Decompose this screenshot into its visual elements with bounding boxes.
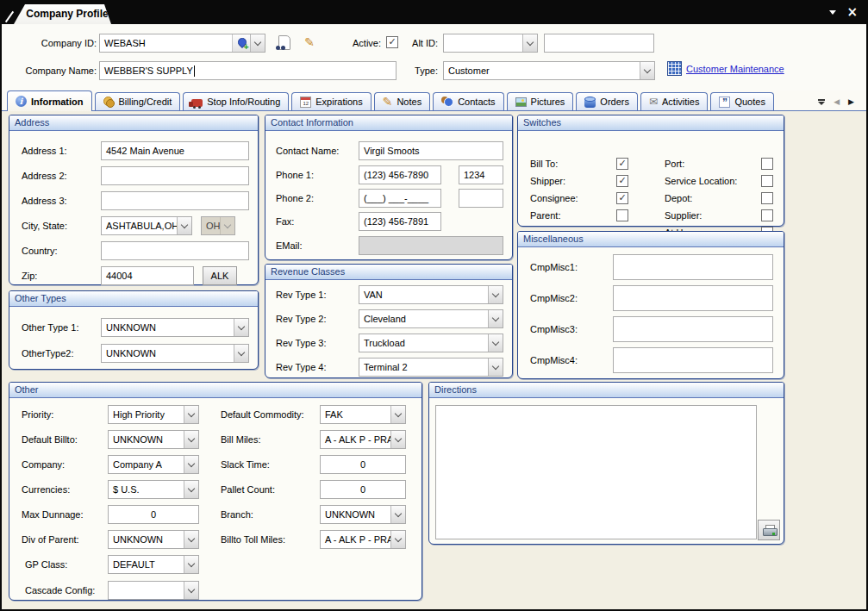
- rev-type3-combo[interactable]: Truckload: [359, 334, 503, 352]
- supplier-checkbox[interactable]: [761, 209, 773, 221]
- billto-toll-miles-combo[interactable]: A - ALK P - PRA: [320, 530, 406, 549]
- window-title-tab[interactable]: Company Profile: [14, 4, 114, 24]
- rev-type4-value: Terminal 2: [359, 358, 488, 376]
- company-id-combo[interactable]: WEBASH: [99, 34, 265, 53]
- address3-input[interactable]: [101, 191, 249, 210]
- billto-toll-miles-dropdown-button[interactable]: [390, 531, 405, 548]
- currencies-dropdown-button[interactable]: [184, 481, 198, 498]
- tab-quotes[interactable]: ” Quotes: [710, 92, 773, 110]
- company-name-input[interactable]: WEBBER'S SUPPLY: [99, 61, 397, 80]
- print-directions-button[interactable]: [758, 520, 780, 540]
- service-location-checkbox[interactable]: [761, 175, 773, 187]
- company-combo[interactable]: Company A: [108, 455, 199, 474]
- contact-name-input[interactable]: Virgil Smoots: [359, 141, 503, 160]
- tab-activities[interactable]: ✉ Activities: [640, 92, 708, 110]
- type-dropdown-button[interactable]: [640, 62, 654, 79]
- window-close-button[interactable]: ×: [846, 7, 858, 18]
- parent-checkbox[interactable]: [616, 209, 628, 221]
- tab-expirations[interactable]: Expirations: [291, 92, 371, 110]
- cmpmisc3-input[interactable]: [613, 316, 773, 342]
- tab-pictures[interactable]: Pictures: [507, 92, 574, 110]
- address1-input[interactable]: 4542 Main Avenue: [101, 141, 249, 160]
- phone1-ext-input[interactable]: 1234: [459, 165, 503, 184]
- window-menu-button[interactable]: [829, 10, 836, 15]
- tab-orders-label: Orders: [600, 97, 629, 107]
- phone2-input[interactable]: (___) ___-____: [359, 189, 441, 208]
- branch-combo[interactable]: UNKNOWN: [320, 505, 406, 524]
- cmpmisc2-input[interactable]: [613, 285, 773, 311]
- cmpmisc1-input[interactable]: [613, 254, 773, 280]
- default-commodity-combo[interactable]: FAK: [320, 405, 406, 424]
- port-label: Port:: [665, 159, 761, 169]
- priority-combo[interactable]: High Priority: [108, 405, 199, 424]
- directions-textarea[interactable]: [435, 405, 757, 539]
- cascade-config-combo[interactable]: [108, 581, 199, 600]
- tab-contacts[interactable]: Contacts: [433, 92, 503, 110]
- bill-to-checkbox[interactable]: ✓: [616, 158, 628, 170]
- edit-button[interactable]: ✎: [301, 34, 318, 51]
- other-type2-combo[interactable]: UNKNOWN: [101, 344, 249, 363]
- phone2-ext-input[interactable]: [459, 189, 503, 208]
- other-type1-combo[interactable]: UNKNOWN: [101, 318, 249, 337]
- alt-id-input[interactable]: [544, 34, 654, 53]
- max-dunnage-value: 0: [151, 509, 156, 520]
- alt-id-combo[interactable]: [443, 34, 538, 53]
- rev-type1-combo[interactable]: VAN: [359, 285, 503, 304]
- company-id-dropdown-button[interactable]: [250, 34, 265, 52]
- map-pin-button[interactable]: [232, 34, 250, 52]
- max-dunnage-input[interactable]: 0: [108, 505, 199, 524]
- bill-miles-combo[interactable]: A - ALK P - PRA: [320, 430, 406, 449]
- tab-information[interactable]: Information: [7, 90, 92, 111]
- tab-billing-credit[interactable]: Billing/Credit: [95, 92, 181, 110]
- cascade-config-dropdown-button[interactable]: [184, 582, 198, 599]
- address2-input[interactable]: [101, 166, 249, 185]
- tab-scroll-right-icon[interactable]: ▶: [848, 97, 854, 106]
- tab-list-button[interactable]: [818, 99, 825, 105]
- pallet-count-input[interactable]: 0: [320, 480, 406, 499]
- active-checkbox[interactable]: ✓: [386, 36, 398, 48]
- div-of-parent-dropdown-button[interactable]: [184, 531, 198, 548]
- rev-type2-combo[interactable]: Cleveland: [359, 309, 503, 328]
- consignee-checkbox[interactable]: ✓: [616, 192, 628, 204]
- city-combo[interactable]: ASHTABULA,OH/: [101, 216, 192, 235]
- bill-miles-dropdown-button[interactable]: [390, 431, 405, 448]
- tab-notes[interactable]: ✎ Notes: [374, 92, 430, 110]
- zip-input[interactable]: 44004: [101, 266, 194, 285]
- cmpmisc4-row: CmpMisc4:: [530, 347, 777, 373]
- rev-type4-dropdown-button[interactable]: [488, 358, 503, 376]
- alt-id-dropdown-button[interactable]: [522, 34, 537, 52]
- default-commodity-dropdown-button[interactable]: [390, 406, 405, 423]
- gp-class-combo[interactable]: DEFAULT: [108, 555, 199, 574]
- other-type2-dropdown-button[interactable]: [234, 345, 248, 362]
- tab-scroll-left-icon[interactable]: ◀: [834, 97, 840, 106]
- depot-checkbox[interactable]: [761, 192, 773, 204]
- company-dropdown-button[interactable]: [184, 456, 198, 473]
- other-type1-dropdown-button[interactable]: [234, 319, 248, 336]
- phone1-input[interactable]: (123) 456-7890: [359, 165, 441, 184]
- rev-type2-row: Rev Type 2: Cleveland: [276, 309, 505, 328]
- branch-dropdown-button[interactable]: [390, 506, 405, 523]
- city-dropdown-button[interactable]: [177, 217, 191, 234]
- country-input[interactable]: [101, 241, 249, 260]
- rev-type4-combo[interactable]: Terminal 2: [359, 358, 503, 377]
- currencies-combo[interactable]: $ U.S.: [108, 480, 199, 499]
- rev-type3-dropdown-button[interactable]: [488, 334, 503, 352]
- tab-orders[interactable]: Orders: [576, 92, 638, 110]
- cmpmisc4-input[interactable]: [613, 347, 773, 373]
- port-checkbox[interactable]: [761, 158, 773, 170]
- rev-type2-dropdown-button[interactable]: [488, 310, 503, 327]
- lookup-button[interactable]: [271, 32, 295, 53]
- default-billto-combo[interactable]: UNKNOWN: [108, 430, 199, 449]
- fax-input[interactable]: (123) 456-7891: [359, 212, 441, 231]
- slack-time-input[interactable]: 0: [320, 455, 406, 474]
- div-of-parent-combo[interactable]: UNKNOWN: [108, 530, 199, 549]
- priority-dropdown-button[interactable]: [184, 406, 198, 423]
- gp-class-dropdown-button[interactable]: [184, 556, 198, 573]
- shipper-checkbox[interactable]: ✓: [616, 175, 628, 187]
- type-combo[interactable]: Customer: [443, 61, 655, 80]
- rev-type1-dropdown-button[interactable]: [488, 286, 503, 303]
- tab-stop-info-routing[interactable]: Stop Info/Routing: [183, 92, 289, 110]
- default-billto-dropdown-button[interactable]: [184, 431, 198, 448]
- customer-maintenance-link[interactable]: Customer Maintenance: [686, 64, 784, 74]
- alk-button[interactable]: ALK: [203, 266, 237, 285]
